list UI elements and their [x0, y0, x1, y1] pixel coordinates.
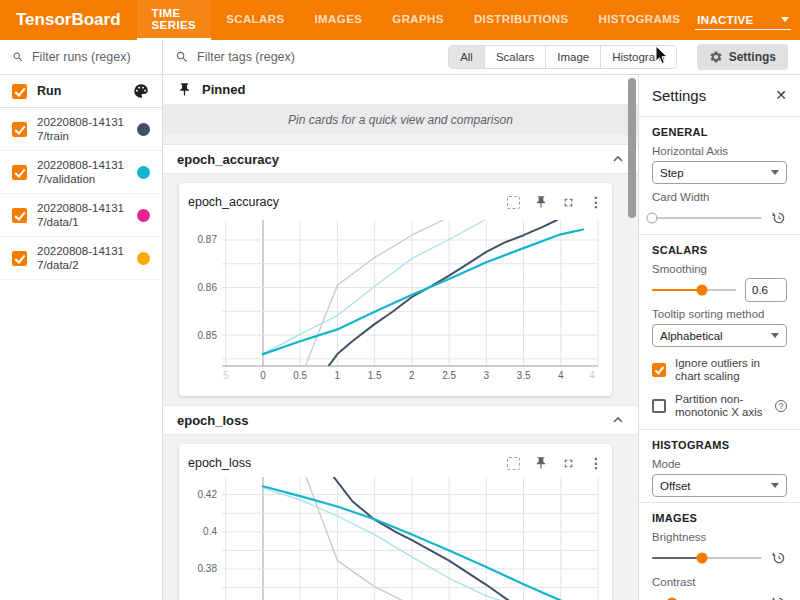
runs-sidebar: Run 20220808-141317/train 20220808-14131… [0, 40, 163, 600]
close-icon[interactable]: ✕ [775, 87, 787, 103]
pinned-label: Pinned [202, 82, 245, 97]
svg-text:0.4: 0.4 [203, 526, 217, 537]
run-color-dot [137, 209, 150, 222]
mouse-cursor [655, 46, 669, 66]
run-checkbox[interactable] [12, 251, 27, 266]
run-row[interactable]: 20220808-141317/data/1 [0, 194, 162, 237]
svg-text:3.5: 3.5 [517, 370, 531, 381]
tab-histograms[interactable]: HISTOGRAMS [584, 0, 696, 40]
tab-distributions[interactable]: DISTRIBUTIONS [459, 0, 584, 40]
tensorboard-app: TensorBoard TIME SERIES SCALARS IMAGES G… [0, 0, 800, 600]
chip-scalars[interactable]: Scalars [485, 46, 546, 68]
section-header-epoch-loss[interactable]: epoch_loss [163, 405, 638, 435]
general-heading: GENERAL [652, 126, 787, 138]
runs-filter-input[interactable] [32, 50, 150, 64]
smoothing-slider[interactable] [652, 289, 736, 291]
main-scrollbar[interactable] [628, 78, 636, 600]
tab-graphs[interactable]: GRAPHS [377, 0, 459, 40]
reload-status-select[interactable]: INACTIVE [695, 11, 791, 30]
chevron-down-icon [771, 333, 779, 338]
data-table-toggle-icon[interactable] [507, 457, 520, 470]
runs-header-row: Run [0, 75, 162, 108]
reset-icon[interactable] [771, 550, 787, 566]
chevron-up-icon[interactable] [612, 415, 624, 425]
epoch-loss-chart[interactable]: 0.420.40.380.36 [188, 477, 603, 600]
fullscreen-icon[interactable] [562, 196, 575, 209]
run-name: 20220808-141317/data/2 [37, 244, 127, 272]
chevron-up-icon[interactable] [612, 154, 624, 164]
partition-x-axis-row[interactable]: Partition non-monotonic X axis ? [652, 393, 787, 419]
partition-x-axis-checkbox[interactable] [652, 399, 666, 413]
ignore-outliers-label: Ignore outliers in chart scaling [675, 357, 787, 383]
ignore-outliers-row[interactable]: Ignore outliers in chart scaling [652, 357, 787, 383]
run-row[interactable]: 20220808-141317/validation [0, 151, 162, 194]
tags-filter-input[interactable] [197, 50, 440, 64]
card-width-slider[interactable] [652, 217, 762, 219]
chevron-down-icon [771, 483, 779, 488]
horizontal-axis-label: Horizontal Axis [652, 145, 787, 157]
run-checkbox[interactable] [12, 122, 27, 137]
nav-tabs: TIME SERIES SCALARS IMAGES GRAPHS DISTRI… [137, 0, 696, 40]
settings-button-label: Settings [729, 50, 776, 64]
brightness-label: Brightness [652, 531, 787, 543]
pin-icon[interactable] [534, 456, 548, 470]
smoothing-value-input[interactable] [745, 278, 787, 302]
tooltip-sorting-value: Alphabetical [660, 330, 723, 342]
more-options-icon[interactable]: ⋮ [589, 457, 603, 470]
tooltip-sorting-label: Tooltip sorting method [652, 308, 787, 320]
pin-icon[interactable] [534, 195, 548, 209]
run-checkbox[interactable] [12, 165, 27, 180]
settings-button[interactable]: Settings [697, 44, 788, 70]
run-row[interactable]: 20220808-141317/data/2 [0, 237, 162, 280]
tab-images[interactable]: IMAGES [300, 0, 378, 40]
svg-text:0.5: 0.5 [293, 370, 307, 381]
help-icon[interactable]: ? [775, 400, 787, 412]
histogram-mode-select[interactable]: Offset [652, 474, 787, 497]
epoch-accuracy-chart[interactable]: 0.850.860.8700.511.522.533.5454 [188, 216, 603, 386]
chevron-down-icon [771, 170, 779, 175]
tab-time-series[interactable]: TIME SERIES [137, 0, 212, 40]
tooltip-sorting-select[interactable]: Alphabetical [652, 324, 787, 347]
app-title: TensorBoard [0, 0, 137, 40]
run-color-dot [137, 252, 150, 265]
run-name: 20220808-141317/validation [37, 158, 127, 186]
scrollbar-thumb[interactable] [628, 78, 636, 218]
run-name: 20220808-141317/train [37, 115, 127, 143]
horizontal-axis-select[interactable]: Step [652, 161, 787, 184]
chip-all[interactable]: All [449, 46, 485, 68]
reset-icon[interactable] [771, 210, 787, 226]
settings-panel: Settings ✕ GENERAL Horizontal Axis Step … [638, 75, 800, 600]
histograms-heading: HISTOGRAMS [652, 439, 787, 451]
chip-image[interactable]: Image [546, 46, 601, 68]
svg-text:1.5: 1.5 [368, 370, 382, 381]
fullscreen-icon[interactable] [562, 457, 575, 470]
divider [639, 502, 800, 503]
reload-status-value: INACTIVE [697, 14, 753, 26]
ignore-outliers-checkbox[interactable] [652, 363, 666, 377]
palette-icon[interactable] [132, 82, 150, 100]
run-checkbox[interactable] [12, 208, 27, 223]
reset-icon[interactable] [771, 595, 787, 600]
brightness-slider[interactable] [652, 557, 762, 559]
epoch-accuracy-card: epoch_accuracy ⋮ 0.850.860.8700.511.522.… [179, 183, 612, 396]
svg-text:0.85: 0.85 [198, 330, 218, 341]
runs-filter-row [0, 40, 162, 75]
run-row[interactable]: 20220808-141317/train [0, 108, 162, 151]
section-title: epoch_loss [177, 413, 249, 428]
epoch-loss-card: epoch_loss ⋮ 0.420.40.380.36 [179, 444, 612, 600]
section-header-epoch-accuracy[interactable]: epoch_accuracy [163, 144, 638, 174]
more-options-icon[interactable]: ⋮ [589, 196, 603, 209]
select-all-runs-checkbox[interactable] [12, 84, 27, 99]
runs-column-header: Run [37, 84, 122, 98]
pinned-section-header: Pinned [163, 75, 638, 105]
svg-text:0.42: 0.42 [198, 489, 218, 500]
svg-text:3: 3 [484, 370, 490, 381]
svg-text:1: 1 [335, 370, 341, 381]
data-table-toggle-icon[interactable] [507, 196, 520, 209]
horizontal-axis-value: Step [660, 167, 684, 179]
smoothing-label: Smoothing [652, 263, 787, 275]
divider [639, 234, 800, 235]
section-title: epoch_accuracy [177, 152, 279, 167]
tab-scalars[interactable]: SCALARS [211, 0, 299, 40]
svg-text:2: 2 [409, 370, 415, 381]
